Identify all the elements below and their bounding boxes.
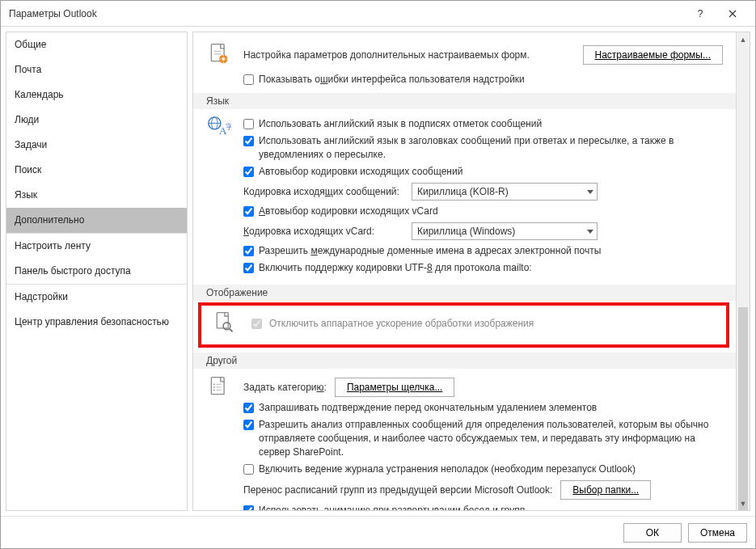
enc-out-combo[interactable]: Кириллица (KOI8-R) [412, 183, 598, 201]
close-button[interactable] [716, 2, 749, 26]
hw-accel-row: Отключить аппаратное ускорение обработки… [205, 310, 723, 336]
sidebar-item-label: Дополнительно [15, 214, 84, 226]
auto-enc-vcard-checkbox[interactable] [243, 206, 254, 217]
other-icon-row: Задать категорию: Параметры щелчка... За… [193, 369, 736, 510]
lang-options-group: Использовать английский язык в подписях … [243, 116, 723, 277]
ok-button-label: ОК [646, 527, 659, 538]
utf8-mailto-label: Включить поддержку кодировки UTF-8 для п… [259, 261, 710, 275]
confirm-delete-row: Запрашивать подтверждение перед окончате… [243, 399, 723, 416]
custom-forms-button-label: Настраиваемые формы... [595, 49, 711, 61]
sidebar-item-label: Настроить ленту [15, 240, 91, 251]
svg-text:字: 字 [226, 123, 232, 131]
ok-button[interactable]: ОК [623, 523, 682, 543]
sidebar-item-trust-center[interactable]: Центр управления безопасностью [6, 310, 187, 335]
en-flags-checkbox[interactable] [243, 119, 254, 129]
allow-analysis-checkbox[interactable] [243, 420, 254, 430]
enc-out-value: Кириллица (KOI8-R) [417, 186, 509, 197]
forms-icon [206, 42, 232, 68]
help-icon: ? [698, 8, 703, 19]
svg-point-22 [213, 390, 215, 391]
allow-analysis-row: Разрешить анализ отправленных сообщений … [243, 416, 723, 461]
enc-out-row: Кодировка исходящих сообщений: Кириллица… [243, 180, 723, 203]
sidebar-item-mail[interactable]: Почта [6, 57, 187, 82]
sidebar-item-search[interactable]: Поиск [6, 158, 187, 183]
other-options-group: Задать категорию: Параметры щелчка... За… [243, 375, 723, 510]
hw-accel-option: Отключить аппаратное ускорение обработки… [248, 316, 716, 332]
section-header-display: Отображение [193, 285, 736, 301]
sidebar-item-label: Надстройки [15, 291, 68, 302]
sidebar-item-addins[interactable]: Надстройки [6, 285, 187, 310]
show-addin-errors-checkbox[interactable] [243, 74, 254, 85]
sidebar-item-general[interactable]: Общие [6, 32, 187, 57]
click-params-button-label: Параметры щелчка... [347, 382, 443, 393]
hw-accel-checkbox[interactable] [251, 319, 262, 329]
dialog-body: Общие Почта Календарь Люди Задачи Поиск … [1, 27, 755, 516]
migrate-groups-label: Перенос расписаний групп из предыдущей в… [243, 484, 552, 496]
idn-checkbox[interactable] [243, 246, 254, 256]
custom-forms-desc: Настройка параметров дополнительных наст… [243, 49, 572, 62]
scroll-down-arrow[interactable]: ▼ [737, 496, 750, 510]
troubleshoot-log-label: Включить ведение журнала устранения непо… [259, 462, 710, 476]
sidebar-item-language[interactable]: Язык [6, 183, 187, 208]
vertical-scrollbar[interactable]: ▲ ▼ [736, 32, 750, 510]
lang-icon-row: A 字 Использовать английский язык в подпи… [193, 109, 736, 280]
sidebar-item-tasks[interactable]: Задачи [6, 133, 187, 158]
utf8-mailto-row: Включить поддержку кодировки UTF-8 для п… [243, 260, 723, 277]
close-icon [729, 10, 737, 18]
options-dialog: Параметры Outlook ? Общие Почта Календар… [0, 0, 756, 549]
utf8-mailto-checkbox[interactable] [243, 263, 254, 273]
window-title: Параметры Outlook [9, 8, 684, 19]
svg-rect-14 [217, 313, 228, 328]
sidebar-item-customize-ribbon[interactable]: Настроить ленту [6, 234, 187, 259]
confirm-delete-checkbox[interactable] [243, 403, 254, 413]
show-addin-errors-row: Показывать ошибки интерфейса пользовател… [193, 71, 736, 88]
sidebar-item-label: Центр управления безопасностью [15, 316, 169, 327]
sidebar-item-label: Панель быстрого доступа [15, 265, 131, 277]
set-category-row: Задать категорию: Параметры щелчка... [243, 375, 723, 399]
migrate-folder-button[interactable]: Выбор папки... [560, 480, 651, 500]
cancel-button[interactable]: Отмена [688, 523, 747, 543]
sidebar-item-calendar[interactable]: Календарь [6, 82, 187, 108]
dialog-footer: ОК Отмена [1, 516, 755, 548]
animation-checkbox[interactable] [243, 505, 254, 510]
allow-analysis-label: Разрешить анализ отправленных сообщений … [259, 418, 710, 459]
auto-enc-out-row: Автовыбор кодировки исходящих сообщений [243, 163, 723, 180]
auto-enc-vcard-row: Автовыбор кодировки исходящих vCard [243, 203, 723, 220]
chevron-down-icon [587, 230, 593, 234]
enc-vcard-row: Кодировка исходящих vCard: Кириллица (Wi… [243, 220, 723, 243]
sidebar-item-label: Задачи [15, 139, 47, 150]
sidebar-item-people[interactable]: Люди [6, 108, 187, 133]
migrate-folder-button-label: Выбор папки... [572, 484, 639, 496]
svg-point-18 [213, 384, 215, 386]
click-params-button[interactable]: Параметры щелчка... [335, 378, 455, 397]
section-header-other: Другой [193, 353, 736, 369]
en-headers-row: Использовать английский язык в заголовка… [243, 133, 723, 163]
confirm-delete-label: Запрашивать подтверждение перед окончате… [259, 401, 710, 415]
troubleshoot-log-row: Включить ведение журнала устранения непо… [243, 461, 723, 478]
section-header-language: Язык [193, 93, 736, 109]
enc-vcard-combo[interactable]: Кириллица (Windows) [412, 222, 598, 240]
migrate-groups-row: Перенос расписаний групп из предыдущей в… [243, 478, 723, 502]
sidebar-item-label: Язык [15, 189, 37, 201]
en-headers-checkbox[interactable] [243, 136, 254, 146]
svg-point-4 [222, 57, 225, 61]
custom-forms-row: Настройка параметров дополнительных наст… [193, 32, 736, 71]
scroll-thumb[interactable] [738, 307, 748, 511]
sidebar-item-label: Календарь [15, 89, 64, 100]
troubleshoot-log-checkbox[interactable] [243, 464, 254, 475]
content-scroll-area: Настройка параметров дополнительных наст… [193, 32, 736, 510]
help-button[interactable]: ? [684, 2, 716, 26]
auto-enc-out-checkbox[interactable] [243, 167, 254, 177]
sidebar-item-label: Люди [15, 114, 39, 125]
sidebar-item-advanced[interactable]: Дополнительно [6, 208, 187, 233]
animation-row: Использовать анимацию при развертывании … [243, 502, 723, 510]
sidebar-item-quick-access[interactable]: Панель быстрого доступа [6, 259, 187, 284]
en-headers-label: Использовать английский язык в заголовка… [259, 134, 710, 162]
cancel-button-label: Отмена [700, 527, 735, 538]
sidebar-item-label: Почта [15, 64, 41, 75]
chevron-down-icon [587, 190, 593, 194]
auto-enc-vcard-label: Автовыбор кодировки исходящих vCard [259, 205, 710, 218]
custom-forms-button[interactable]: Настраиваемые формы... [583, 45, 723, 65]
scroll-up-arrow[interactable]: ▲ [737, 32, 750, 46]
highlighted-option-box: Отключить аппаратное ускорение обработки… [198, 302, 729, 348]
